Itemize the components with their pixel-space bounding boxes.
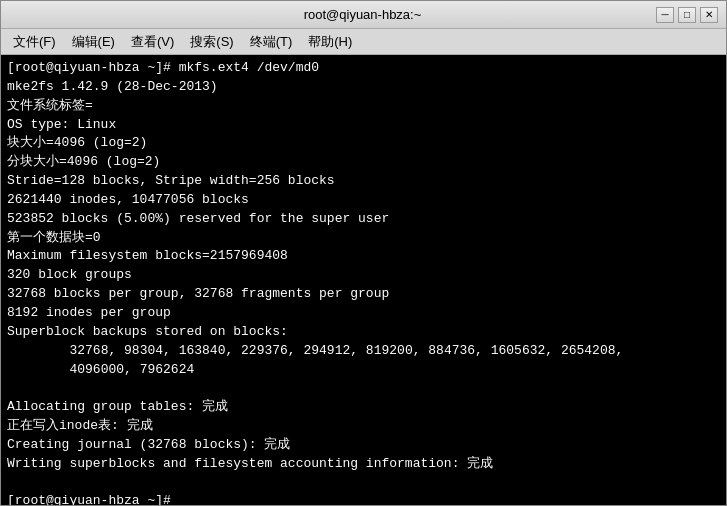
terminal-window: root@qiyuan-hbza:~ ─ □ ✕ 文件(F) 编辑(E) 查看(… xyxy=(0,0,727,506)
menu-help[interactable]: 帮助(H) xyxy=(300,30,360,54)
close-button[interactable]: ✕ xyxy=(700,7,718,23)
terminal-text: [root@qiyuan-hbza ~]# mkfs.ext4 /dev/md0… xyxy=(7,59,720,505)
menu-search[interactable]: 搜索(S) xyxy=(182,30,241,54)
window-title: root@qiyuan-hbza:~ xyxy=(69,7,656,22)
menu-view[interactable]: 查看(V) xyxy=(123,30,182,54)
minimize-button[interactable]: ─ xyxy=(656,7,674,23)
menu-terminal[interactable]: 终端(T) xyxy=(242,30,301,54)
maximize-button[interactable]: □ xyxy=(678,7,696,23)
menubar: 文件(F) 编辑(E) 查看(V) 搜索(S) 终端(T) 帮助(H) xyxy=(1,29,726,55)
menu-edit[interactable]: 编辑(E) xyxy=(64,30,123,54)
terminal-output[interactable]: [root@qiyuan-hbza ~]# mkfs.ext4 /dev/md0… xyxy=(1,55,726,505)
menu-file[interactable]: 文件(F) xyxy=(5,30,64,54)
titlebar: root@qiyuan-hbza:~ ─ □ ✕ xyxy=(1,1,726,29)
window-controls: ─ □ ✕ xyxy=(656,7,718,23)
